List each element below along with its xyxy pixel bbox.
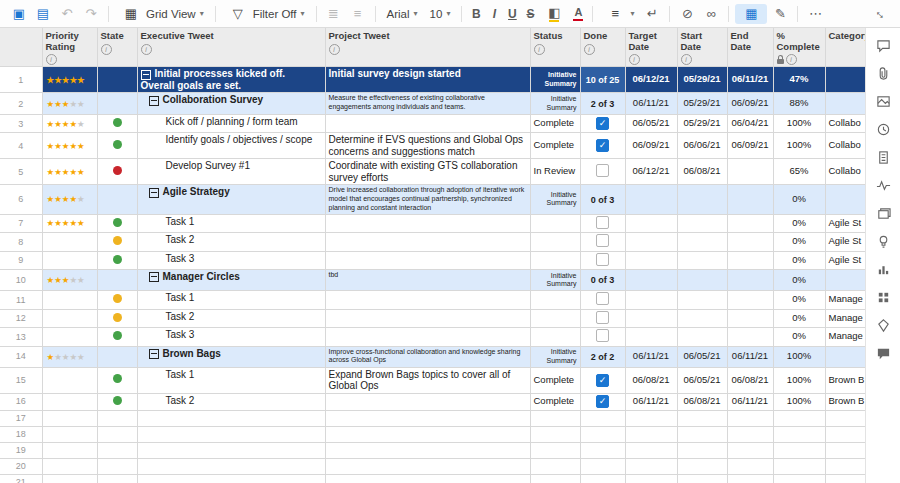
status-cell[interactable]: Initiative Summary: [530, 270, 580, 291]
project-tweet-cell[interactable]: Expand Brown Bags topics to cover all of…: [325, 367, 530, 393]
star-icon[interactable]: ★: [77, 194, 85, 204]
green-state-dot-icon[interactable]: [113, 118, 122, 127]
state-cell[interactable]: [97, 67, 137, 93]
apps-icon[interactable]: [875, 289, 891, 305]
status-cell[interactable]: In Review: [530, 159, 580, 185]
target-date-cell[interactable]: [625, 309, 677, 328]
activity-log-icon[interactable]: [875, 177, 891, 193]
project-tweet-cell[interactable]: [325, 309, 530, 328]
state-cell[interactable]: [97, 185, 137, 214]
start-date-cell[interactable]: [677, 233, 727, 252]
end-date-cell[interactable]: [727, 474, 773, 483]
column-header-done[interactable]: Donei: [580, 28, 625, 67]
start-date-cell[interactable]: [677, 185, 727, 214]
category-cell[interactable]: [825, 185, 866, 214]
executive-tweet-cell[interactable]: Kick off / planning / form team: [137, 115, 325, 133]
font-size-dropdown[interactable]: 10 ▾: [425, 4, 456, 24]
target-date-cell[interactable]: 06/11/21: [625, 346, 677, 367]
status-cell[interactable]: Initiative Summary: [530, 67, 580, 93]
done-cell[interactable]: [580, 410, 625, 426]
done-checkbox[interactable]: [596, 216, 609, 229]
target-date-cell[interactable]: 06/09/21: [625, 133, 677, 159]
collapse-toggle-icon[interactable]: [141, 70, 151, 80]
start-date-cell[interactable]: [677, 251, 727, 270]
executive-tweet-cell[interactable]: Task 3: [137, 251, 325, 270]
target-date-cell[interactable]: [625, 233, 677, 252]
priority-cell[interactable]: [42, 309, 97, 328]
corner-cell[interactable]: [0, 28, 42, 67]
percent-complete-cell[interactable]: [773, 442, 825, 458]
star-icon[interactable]: ★: [47, 141, 55, 151]
end-date-cell[interactable]: [727, 309, 773, 328]
italic-button[interactable]: I: [486, 7, 502, 21]
state-cell[interactable]: [97, 346, 137, 367]
state-cell[interactable]: [97, 474, 137, 483]
project-tweet-cell[interactable]: [325, 474, 530, 483]
percent-complete-cell[interactable]: 65%: [773, 159, 825, 185]
executive-tweet-cell[interactable]: Task 2: [137, 393, 325, 410]
row-number[interactable]: 3: [0, 115, 42, 133]
star-icon[interactable]: ★: [47, 352, 55, 362]
row-number[interactable]: 18: [0, 426, 42, 442]
view-selector-button[interactable]: ▦ Grid View ▾: [115, 4, 209, 24]
column-header-exec[interactable]: Executive Tweeti: [137, 28, 325, 67]
done-checkbox[interactable]: [596, 253, 609, 266]
executive-tweet-cell[interactable]: Develop Survey #1: [137, 159, 325, 185]
paintbrush-icon[interactable]: ✎: [769, 4, 791, 24]
proofs-icon[interactable]: [875, 93, 891, 109]
category-cell[interactable]: [825, 270, 866, 291]
target-date-cell[interactable]: [625, 474, 677, 483]
project-tweet-cell[interactable]: [325, 214, 530, 233]
target-date-cell[interactable]: [625, 328, 677, 347]
category-cell[interactable]: Agile St: [825, 214, 866, 233]
executive-tweet-cell[interactable]: [137, 474, 325, 483]
project-tweet-cell[interactable]: [325, 393, 530, 410]
row-number[interactable]: 20: [0, 458, 42, 474]
category-cell[interactable]: Collabo: [825, 133, 866, 159]
status-cell[interactable]: [530, 442, 580, 458]
percent-complete-cell[interactable]: 0%: [773, 328, 825, 347]
target-date-cell[interactable]: 06/12/21: [625, 159, 677, 185]
target-date-cell[interactable]: 06/05/21: [625, 115, 677, 133]
row-number[interactable]: 7: [0, 214, 42, 233]
start-date-cell[interactable]: [677, 426, 727, 442]
percent-complete-cell[interactable]: 0%: [773, 291, 825, 310]
category-cell[interactable]: [825, 346, 866, 367]
start-date-cell[interactable]: 06/06/21: [677, 133, 727, 159]
target-date-cell[interactable]: 06/11/21: [625, 93, 677, 115]
project-tweet-cell[interactable]: [325, 233, 530, 252]
start-date-cell[interactable]: [677, 328, 727, 347]
done-cell[interactable]: 0 of 3: [580, 270, 625, 291]
star-icon[interactable]: ★: [77, 167, 85, 177]
target-date-cell[interactable]: [625, 291, 677, 310]
priority-cell[interactable]: ★★★★★: [42, 93, 97, 115]
executive-tweet-cell[interactable]: [137, 426, 325, 442]
percent-complete-cell[interactable]: 0%: [773, 185, 825, 214]
project-tweet-cell[interactable]: tbd: [325, 270, 530, 291]
row-number[interactable]: 21: [0, 474, 42, 483]
done-cell[interactable]: ✓: [580, 367, 625, 393]
start-date-cell[interactable]: [677, 291, 727, 310]
fill-color-button[interactable]: ◧: [540, 4, 568, 24]
executive-tweet-cell[interactable]: Manager Circles: [137, 270, 325, 291]
status-cell[interactable]: [530, 410, 580, 426]
project-tweet-cell[interactable]: Measure the effectiveness of existing co…: [325, 93, 530, 115]
font-color-button[interactable]: A: [570, 4, 586, 24]
priority-cell[interactable]: ★★★★★: [42, 133, 97, 159]
red-state-dot-icon[interactable]: [113, 166, 122, 175]
collapse-toggle-icon[interactable]: [149, 349, 159, 359]
star-icon[interactable]: ★: [47, 119, 55, 129]
row-number[interactable]: 2: [0, 93, 42, 115]
info-icon[interactable]: i: [584, 44, 595, 55]
done-cell[interactable]: [580, 328, 625, 347]
executive-tweet-cell[interactable]: [137, 442, 325, 458]
info-icon[interactable]: i: [534, 44, 545, 55]
star-icon[interactable]: ★: [77, 352, 85, 362]
percent-complete-cell[interactable]: 100%: [773, 133, 825, 159]
target-date-cell[interactable]: [625, 251, 677, 270]
star-icon[interactable]: ★: [47, 194, 55, 204]
status-cell[interactable]: Initiative Summary: [530, 346, 580, 367]
status-cell[interactable]: Complete: [530, 115, 580, 133]
done-checkbox[interactable]: ✓: [596, 374, 609, 387]
end-date-cell[interactable]: [727, 159, 773, 185]
